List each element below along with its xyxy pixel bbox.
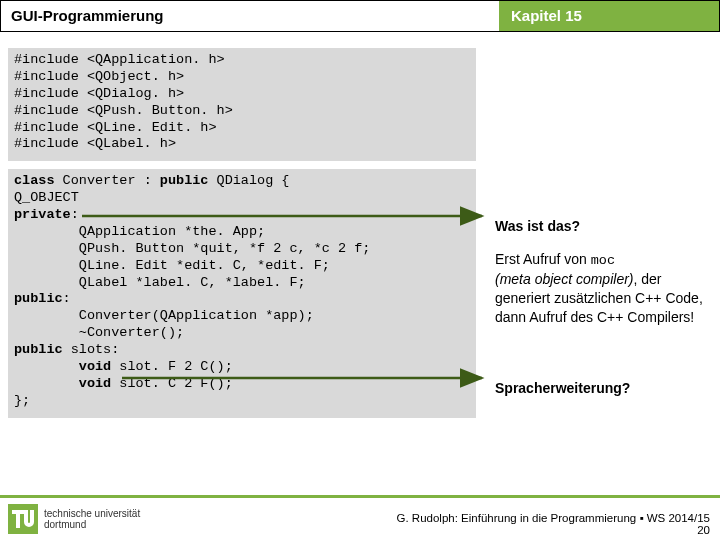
tu-logo-icon xyxy=(8,504,38,534)
code-qobject: Q_OBJECT xyxy=(14,190,79,205)
annotation-question2: Spracherweiterung? xyxy=(495,380,630,396)
kw-public2: public xyxy=(14,291,63,306)
kw-private: private xyxy=(14,207,71,222)
kw-public3: public xyxy=(14,342,63,357)
kw-class: class xyxy=(14,173,55,188)
header-title-left: GUI-Programmierung xyxy=(1,1,499,31)
footer-divider xyxy=(0,495,720,498)
slide-content: #include <QApplication. h> #include <QOb… xyxy=(0,32,720,418)
code-class: class Converter : public QDialog { Q_OBJ… xyxy=(8,169,476,417)
slide-header: GUI-Programmierung Kapitel 15 xyxy=(0,0,720,32)
code-slots: slots: xyxy=(63,342,120,357)
code-includes: #include <QApplication. h> #include <QOb… xyxy=(8,48,476,161)
svg-rect-4 xyxy=(16,510,20,528)
annotation-moc: Erst Aufruf von moc (meta object compile… xyxy=(495,250,705,327)
moc-code: moc xyxy=(591,253,615,268)
annotation-question1: Was ist das? xyxy=(495,218,580,234)
slide-footer: G. Rudolph: Einführung in die Programmie… xyxy=(397,512,710,536)
university-logo: technische universität dortmund xyxy=(8,504,140,534)
page-number: 20 xyxy=(397,524,710,536)
header-title-right: Kapitel 15 xyxy=(499,1,719,31)
footer-text: G. Rudolph: Einführung in die Programmie… xyxy=(397,512,710,524)
kw-public1: public xyxy=(160,173,209,188)
logo-text: technische universität dortmund xyxy=(44,508,140,530)
